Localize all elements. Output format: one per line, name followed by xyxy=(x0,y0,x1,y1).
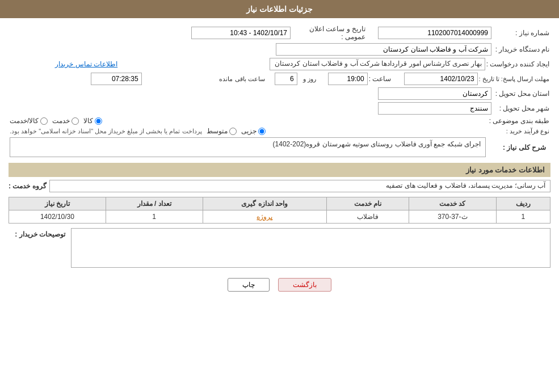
col-tarikh: تاریخ نیاز xyxy=(9,197,106,210)
page-wrapper: جزئیات اطلاعات نیاز شماره نیاز : تاریخ و… xyxy=(0,0,559,392)
content-area: شماره نیاز : تاریخ و ساعت اعلان عمومی : … xyxy=(0,18,559,303)
tabaqe-kalaKhadamat-radio[interactable] xyxy=(40,117,48,125)
motevaset-option: متوسط xyxy=(207,127,237,135)
grooh-khadamat-value: آب رسانی؛ مدیریت پسماند، فاضلاب و فعالیت… xyxy=(49,180,550,192)
row7-table: طبقه بندی موضوعی : کالا/خدمت خدمت کالا xyxy=(9,116,550,126)
cell-tarikh: 1402/10/30 xyxy=(9,210,106,224)
sharh-value: اجرای شبکه جمع آوری فاضلاب روستای سوتیه … xyxy=(10,137,486,157)
noeFarayand-radio-group: پرداخت تمام یا بخشی از مبلغ خریداز محل "… xyxy=(10,127,491,135)
vahed-link[interactable]: پروژه xyxy=(257,213,272,221)
services-table: ردیف کد خدمت نام خدمت واحد اندازه گیری ت… xyxy=(9,197,550,224)
grooh-khadamat-row: گروه خدمت : آب رسانی؛ مدیریت پسماند، فاض… xyxy=(9,180,550,192)
grooh-khadamat-label: گروه خدمت : xyxy=(9,182,47,190)
tabaqe-khadamat-option: خدمت xyxy=(52,117,79,125)
mohlat-roz-input[interactable] xyxy=(275,73,297,85)
col-vahedAndaze: واحد اندازه گیری xyxy=(203,197,327,210)
mandeh-label: ساعت باقی مانده xyxy=(143,73,268,85)
tabaqe-radio-group: کالا/خدمت خدمت کالا xyxy=(10,117,488,125)
tabaqe-kala-label: کالا xyxy=(83,117,93,125)
shahr-label: شهر محل تحویل : xyxy=(493,102,549,115)
tabaqe-label: طبقه بندی موضوعی : xyxy=(489,117,549,125)
tarikh-label: تاریخ و ساعت اعلان عمومی : xyxy=(292,25,377,41)
mohlat-mandeh-input[interactable] xyxy=(91,73,142,85)
mohlatErsalLabel: مهلت ارسال پاسخ: تا تاریخ : xyxy=(479,73,549,85)
saat-label: ساعت : xyxy=(369,73,392,85)
shomareNiaz-label: شماره نیاز : xyxy=(493,25,549,41)
tabaqe-khadamat-radio[interactable] xyxy=(72,117,79,125)
shomareNiaz-input[interactable] xyxy=(378,27,491,39)
print-button[interactable]: چاپ xyxy=(228,278,270,292)
row5-table: استان محل تحویل : xyxy=(9,86,550,101)
jozii-label: جزیی xyxy=(241,127,257,135)
ostan-input[interactable] xyxy=(378,87,491,100)
ettelaat-link[interactable]: اطلاعات تماس خریدار xyxy=(55,60,117,68)
row2-table: نام دستگاه خریدار : xyxy=(9,42,550,57)
col-tedad: تعداد / مقدار xyxy=(106,197,203,210)
cell-radif: 1 xyxy=(496,210,550,224)
jozii-radio[interactable] xyxy=(258,128,266,135)
button-row: بازگشت چاپ xyxy=(9,278,550,292)
namDastgah-input[interactable] xyxy=(276,43,491,56)
tabaqe-kalaKhadamat-label: کالا/خدمت xyxy=(10,117,39,125)
roz-label: روز و xyxy=(299,73,321,85)
namDastgah-label: نام دستگاه خریدار : xyxy=(493,43,549,56)
tvsif-content xyxy=(71,228,550,269)
cell-vahedAndaze: پروژه xyxy=(203,210,327,224)
row8-table: نوع فرآیند خرید : پرداخت تمام یا بخشی از… xyxy=(9,126,550,136)
row3-table: ایجاد کننده درخواست : بهار نصری کارشناس … xyxy=(9,57,550,71)
jozii-option: جزیی xyxy=(241,127,266,135)
row1-table: شماره نیاز : تاریخ و ساعت اعلان عمومی : xyxy=(9,24,550,42)
cell-kodKhadamat: ث-37-370 xyxy=(409,210,496,224)
tabaqe-kala-radio[interactable] xyxy=(95,117,102,125)
sharh-section: شرح کلی نیاز : اجرای شبکه جمع آوری فاضلا… xyxy=(9,136,550,158)
motevaset-label: متوسط xyxy=(207,127,228,135)
tabaqe-kala-option: کالا xyxy=(83,117,102,125)
ijadKonande-label: ایجاد کننده درخواست : xyxy=(486,58,549,70)
tvsif-textarea[interactable] xyxy=(71,228,550,268)
page-header: جزئیات اطلاعات نیاز xyxy=(0,0,559,18)
tabaqe-kalaKhadamat-option: کالا/خدمت xyxy=(10,117,48,125)
col-kodKhadamat: کد خدمت xyxy=(409,197,496,210)
cell-tedad: 1 xyxy=(106,210,203,224)
table-row: 1ث-37-370فاضلابپروژه11402/10/30 xyxy=(9,210,550,224)
sharh-label: شرح کلی نیاز : xyxy=(487,137,549,157)
col-namKhadamat: نام خدمت xyxy=(327,197,409,210)
tvsif-section: توصیحات خریدار : xyxy=(9,228,550,269)
shahr-input[interactable] xyxy=(378,102,491,115)
ijadKonande-value: بهار نصری کارشناس امور قراردادها شرکت آب… xyxy=(270,58,485,70)
khadamat-header: اطلاعات خدمات مورد نیاز xyxy=(9,163,550,177)
noe-farayand-label: نوع فرآیند خرید : xyxy=(493,127,549,135)
farayand-desc: پرداخت تمام یا بخشی از مبلغ خریداز محل "… xyxy=(10,128,202,135)
tarikh-input[interactable] xyxy=(191,27,291,39)
cell-namKhadamat: فاضلاب xyxy=(327,210,409,224)
tabaqe-khadamat-label: خدمت xyxy=(52,117,70,125)
mohlat-date-input[interactable] xyxy=(404,73,478,85)
ostan-label: استان محل تحویل : xyxy=(493,87,549,100)
mohlat-saat-input[interactable] xyxy=(328,73,368,85)
row4-table: مهلت ارسال پاسخ: تا تاریخ : ساعت : روز و… xyxy=(9,71,550,86)
back-button[interactable]: بازگشت xyxy=(278,278,331,292)
row6-table: شهر محل تحویل : xyxy=(9,101,550,116)
page-title: جزئیات اطلاعات نیاز xyxy=(246,5,313,14)
motevaset-radio[interactable] xyxy=(229,128,237,135)
col-radif: ردیف xyxy=(496,197,550,210)
tvsif-label: توصیحات خریدار : xyxy=(9,228,65,238)
